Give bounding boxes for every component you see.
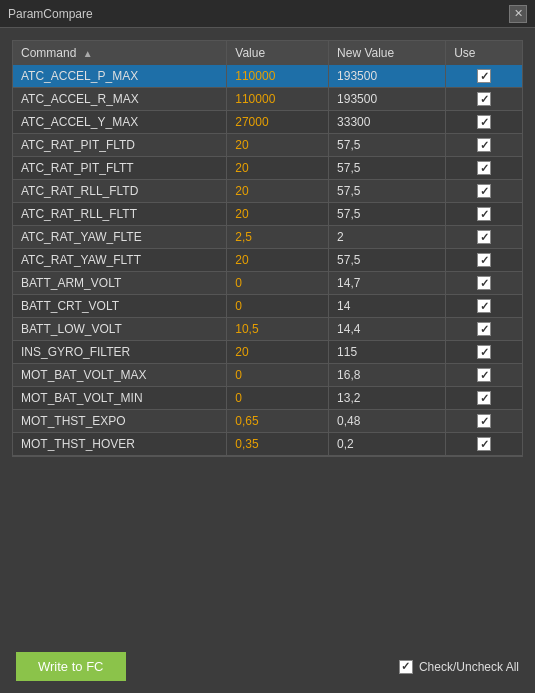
table-row[interactable]: MOT_THST_HOVER0,350,2 (13, 433, 522, 456)
table-row[interactable]: ATC_RAT_RLL_FLTD2057,5 (13, 180, 522, 203)
use-checkbox[interactable] (477, 437, 491, 451)
cell-use[interactable] (446, 157, 522, 180)
cell-use[interactable] (446, 249, 522, 272)
col-header-value[interactable]: Value (227, 41, 329, 65)
cell-value: 0 (227, 387, 329, 410)
use-checkbox[interactable] (477, 115, 491, 129)
cell-value: 20 (227, 157, 329, 180)
cell-new-value: 0,48 (329, 410, 446, 433)
cell-command: ATC_RAT_PIT_FLTT (13, 157, 227, 180)
cell-value: 10,5 (227, 318, 329, 341)
table-row[interactable]: BATT_LOW_VOLT10,514,4 (13, 318, 522, 341)
use-checkbox[interactable] (477, 92, 491, 106)
cell-use[interactable] (446, 341, 522, 364)
table-body: ATC_ACCEL_P_MAX110000193500ATC_ACCEL_R_M… (13, 65, 522, 456)
cell-new-value: 2 (329, 226, 446, 249)
check-uncheck-all-checkbox[interactable] (399, 660, 413, 674)
cell-use[interactable] (446, 387, 522, 410)
col-header-use[interactable]: Use (446, 41, 522, 65)
checkbox-container (454, 414, 514, 428)
table-row[interactable]: ATC_RAT_YAW_FLTT2057,5 (13, 249, 522, 272)
cell-value: 20 (227, 134, 329, 157)
checkbox-container (454, 437, 514, 451)
table-row[interactable]: ATC_ACCEL_Y_MAX2700033300 (13, 111, 522, 134)
use-checkbox[interactable] (477, 253, 491, 267)
checkbox-container (454, 161, 514, 175)
cell-use[interactable] (446, 318, 522, 341)
cell-use[interactable] (446, 410, 522, 433)
cell-command: ATC_RAT_PIT_FLTD (13, 134, 227, 157)
use-checkbox[interactable] (477, 207, 491, 221)
cell-command: ATC_ACCEL_R_MAX (13, 88, 227, 111)
cell-command: ATC_RAT_RLL_FLTD (13, 180, 227, 203)
checkbox-container (454, 69, 514, 83)
table-row[interactable]: ATC_ACCEL_R_MAX110000193500 (13, 88, 522, 111)
table-row[interactable]: INS_GYRO_FILTER20115 (13, 341, 522, 364)
cell-command: MOT_BAT_VOLT_MAX (13, 364, 227, 387)
checkbox-container (454, 345, 514, 359)
checkbox-container (454, 322, 514, 336)
cell-command: BATT_LOW_VOLT (13, 318, 227, 341)
cell-use[interactable] (446, 295, 522, 318)
write-to-fc-button[interactable]: Write to FC (16, 652, 126, 681)
cell-use[interactable] (446, 203, 522, 226)
checkbox-container (454, 391, 514, 405)
table-row[interactable]: MOT_THST_EXPO0,650,48 (13, 410, 522, 433)
use-checkbox[interactable] (477, 414, 491, 428)
cell-value: 0 (227, 364, 329, 387)
cell-new-value: 14 (329, 295, 446, 318)
cell-command: MOT_THST_HOVER (13, 433, 227, 456)
close-button[interactable]: ✕ (509, 5, 527, 23)
col-header-newvalue[interactable]: New Value (329, 41, 446, 65)
cell-new-value: 57,5 (329, 134, 446, 157)
sort-arrow-icon: ▲ (83, 48, 93, 59)
cell-value: 0,65 (227, 410, 329, 433)
cell-use[interactable] (446, 65, 522, 88)
table-row[interactable]: ATC_ACCEL_P_MAX110000193500 (13, 65, 522, 88)
cell-use[interactable] (446, 272, 522, 295)
table-row[interactable]: BATT_CRT_VOLT014 (13, 295, 522, 318)
cell-use[interactable] (446, 111, 522, 134)
table-row[interactable]: MOT_BAT_VOLT_MAX016,8 (13, 364, 522, 387)
cell-use[interactable] (446, 134, 522, 157)
checkbox-container (454, 92, 514, 106)
use-checkbox[interactable] (477, 69, 491, 83)
cell-command: BATT_CRT_VOLT (13, 295, 227, 318)
table-header-row: Command ▲ Value New Value Use (13, 41, 522, 65)
cell-new-value: 57,5 (329, 203, 446, 226)
cell-use[interactable] (446, 88, 522, 111)
use-checkbox[interactable] (477, 299, 491, 313)
col-header-command[interactable]: Command ▲ (13, 41, 227, 65)
use-checkbox[interactable] (477, 184, 491, 198)
cell-use[interactable] (446, 364, 522, 387)
cell-new-value: 193500 (329, 65, 446, 88)
cell-new-value: 14,7 (329, 272, 446, 295)
table-row[interactable]: ATC_RAT_PIT_FLTD2057,5 (13, 134, 522, 157)
table-row[interactable]: MOT_BAT_VOLT_MIN013,2 (13, 387, 522, 410)
param-table: Command ▲ Value New Value Use ATC_ACCEL_… (13, 41, 522, 456)
cell-value: 27000 (227, 111, 329, 134)
use-checkbox[interactable] (477, 161, 491, 175)
use-checkbox[interactable] (477, 322, 491, 336)
cell-new-value: 16,8 (329, 364, 446, 387)
cell-value: 20 (227, 249, 329, 272)
use-checkbox[interactable] (477, 230, 491, 244)
cell-command: ATC_RAT_YAW_FLTE (13, 226, 227, 249)
table-row[interactable]: ATC_RAT_RLL_FLTT2057,5 (13, 203, 522, 226)
use-checkbox[interactable] (477, 345, 491, 359)
cell-new-value: 57,5 (329, 157, 446, 180)
table-row[interactable]: BATT_ARM_VOLT014,7 (13, 272, 522, 295)
cell-value: 2,5 (227, 226, 329, 249)
check-uncheck-all-container[interactable]: Check/Uncheck All (399, 660, 519, 674)
table-row[interactable]: ATC_RAT_PIT_FLTT2057,5 (13, 157, 522, 180)
checkbox-container (454, 368, 514, 382)
use-checkbox[interactable] (477, 276, 491, 290)
table-row[interactable]: ATC_RAT_YAW_FLTE2,52 (13, 226, 522, 249)
cell-command: BATT_ARM_VOLT (13, 272, 227, 295)
cell-use[interactable] (446, 433, 522, 456)
cell-use[interactable] (446, 180, 522, 203)
use-checkbox[interactable] (477, 391, 491, 405)
cell-use[interactable] (446, 226, 522, 249)
use-checkbox[interactable] (477, 368, 491, 382)
use-checkbox[interactable] (477, 138, 491, 152)
